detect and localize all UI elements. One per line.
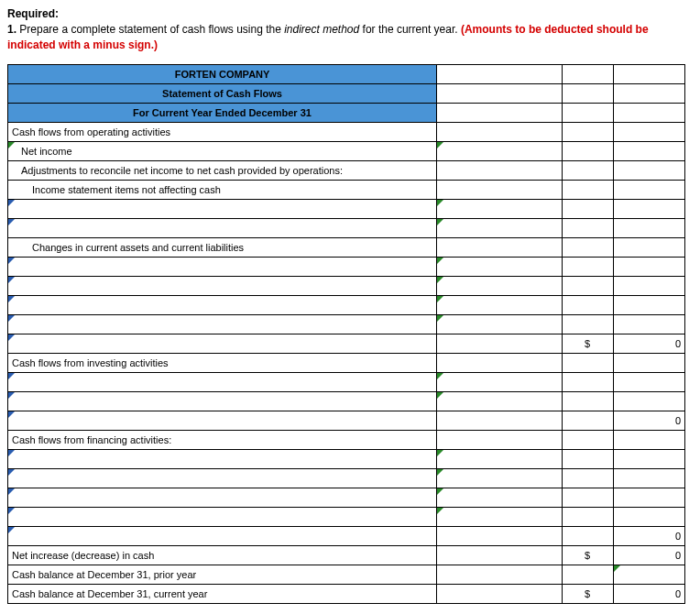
row-investing-activities: Cash flows from investing activities — [8, 353, 437, 372]
blank-cell — [562, 526, 613, 545]
dropdown-row[interactable] — [8, 468, 437, 488]
input-cell[interactable] — [613, 565, 684, 584]
blank-cell — [613, 468, 684, 488]
input-cell[interactable] — [437, 391, 563, 411]
blank-cell — [437, 353, 563, 372]
dropdown-row[interactable] — [8, 199, 437, 218]
input-cell[interactable] — [437, 141, 563, 160]
input-cell[interactable] — [437, 218, 563, 237]
dropdown-indicator-icon — [437, 469, 443, 476]
blank-cell — [562, 180, 613, 199]
instruction-text-b: for the current year. — [359, 23, 461, 36]
blank-cell — [437, 160, 563, 180]
blank-cell — [613, 199, 684, 218]
input-cell[interactable] — [437, 257, 563, 276]
dropdown-indicator-icon — [437, 508, 443, 514]
dropdown-indicator-icon — [8, 392, 15, 399]
dropdown-indicator-icon — [8, 219, 15, 225]
blank-cell — [437, 103, 563, 122]
total-cell: 0 — [613, 411, 684, 430]
dropdown-indicator-icon — [437, 488, 443, 495]
input-cell[interactable] — [437, 199, 563, 218]
blank-cell — [613, 257, 684, 276]
blank-cell — [613, 218, 684, 237]
blank-cell — [437, 122, 563, 141]
row-income-stmt-items: Income statement items not affecting cas… — [8, 180, 437, 199]
dropdown-indicator-icon — [437, 450, 443, 456]
input-cell[interactable] — [437, 276, 563, 295]
dropdown-row[interactable] — [8, 391, 437, 411]
row-net-income[interactable]: Net income — [8, 141, 437, 160]
input-cell[interactable] — [437, 372, 563, 391]
dropdown-row[interactable] — [8, 449, 437, 468]
cash-flow-table: FORTEN COMPANY Statement of Cash Flows F… — [7, 64, 685, 604]
dropdown-row[interactable] — [8, 507, 437, 526]
dropdown-indicator-icon — [8, 142, 15, 148]
blank-cell — [562, 103, 613, 122]
dropdown-indicator-icon — [437, 392, 443, 399]
blank-cell — [437, 64, 563, 83]
dropdown-indicator-icon — [437, 258, 443, 264]
input-cell[interactable] — [437, 449, 563, 468]
blank-cell — [562, 122, 613, 141]
dropdown-indicator-icon — [8, 315, 15, 322]
instruction-text-a: Prepare a complete statement of cash flo… — [16, 23, 284, 36]
dropdown-row[interactable] — [8, 218, 437, 237]
dropdown-row[interactable] — [8, 295, 437, 314]
blank-cell — [437, 237, 563, 257]
dropdown-row[interactable] — [8, 372, 437, 391]
dropdown-indicator-icon — [8, 527, 15, 533]
blank-cell — [562, 237, 613, 257]
dropdown-indicator-icon — [8, 258, 15, 264]
dropdown-indicator-icon — [437, 142, 443, 148]
dropdown-indicator-icon — [8, 277, 15, 283]
dropdown-row[interactable] — [8, 334, 437, 353]
blank-cell — [613, 64, 684, 83]
dropdown-indicator-icon — [8, 334, 15, 341]
blank-cell — [437, 334, 563, 353]
total-cell: 0 — [613, 334, 684, 353]
blank-cell — [562, 372, 613, 391]
dropdown-indicator-icon — [614, 565, 620, 572]
dropdown-row[interactable] — [8, 526, 437, 545]
blank-cell — [562, 218, 613, 237]
blank-cell — [562, 83, 613, 103]
input-cell[interactable] — [437, 295, 563, 314]
blank-cell — [437, 526, 563, 545]
blank-cell — [562, 507, 613, 526]
blank-cell — [613, 353, 684, 372]
row-adjustments: Adjustments to reconcile net income to n… — [8, 160, 437, 180]
blank-cell — [613, 276, 684, 295]
dropdown-indicator-icon — [8, 373, 15, 379]
dropdown-row[interactable] — [8, 488, 437, 507]
blank-cell — [613, 372, 684, 391]
dropdown-indicator-icon — [437, 296, 443, 302]
blank-cell — [437, 584, 563, 603]
currency-cell: $ — [562, 545, 613, 565]
input-cell[interactable] — [437, 468, 563, 488]
total-cell: 0 — [613, 584, 684, 603]
blank-cell — [613, 391, 684, 411]
dropdown-indicator-icon — [437, 373, 443, 379]
blank-cell — [437, 411, 563, 430]
table-title-statement: Statement of Cash Flows — [8, 83, 437, 103]
blank-cell — [613, 507, 684, 526]
blank-cell — [613, 122, 684, 141]
input-cell[interactable] — [437, 314, 563, 334]
row-prior-balance: Cash balance at December 31, prior year — [8, 565, 437, 584]
dropdown-indicator-icon — [8, 488, 15, 495]
dropdown-indicator-icon — [437, 315, 443, 322]
blank-cell — [613, 295, 684, 314]
dropdown-row[interactable] — [8, 411, 437, 430]
instruction-italic: indirect method — [284, 23, 359, 36]
dropdown-row[interactable] — [8, 257, 437, 276]
dropdown-indicator-icon — [8, 411, 15, 418]
input-cell[interactable] — [437, 488, 563, 507]
blank-cell — [613, 430, 684, 449]
blank-cell — [562, 411, 613, 430]
table-title-company: FORTEN COMPANY — [8, 64, 437, 83]
input-cell[interactable] — [437, 507, 563, 526]
dropdown-row[interactable] — [8, 276, 437, 295]
row-net-increase: Net increase (decrease) in cash — [8, 545, 437, 565]
dropdown-row[interactable] — [8, 314, 437, 334]
